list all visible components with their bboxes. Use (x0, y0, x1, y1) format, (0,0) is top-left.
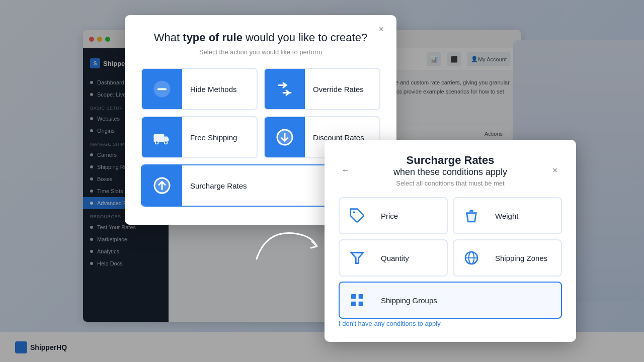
price-label: Price (375, 212, 404, 220)
svg-marker-8 (351, 252, 363, 263)
quantity-icon (340, 240, 375, 276)
surcharge-conditions-modal: ← Surcharge Rates when these conditions … (325, 140, 576, 342)
rule-card-free-shipping[interactable]: Free Shipping (141, 116, 258, 158)
arrow-down-circle-icon (276, 128, 294, 146)
modal-2-title: Surcharge Rates (339, 154, 562, 167)
condition-card-weight[interactable]: Weight (453, 197, 562, 234)
svg-rect-12 (351, 294, 356, 299)
svg-rect-14 (351, 302, 356, 306)
modal-1-subtitle: Select the action you would like to perf… (141, 48, 380, 56)
modal-2-title-block: Surcharge Rates when these conditions ap… (339, 154, 562, 187)
modal-1-title-bold: type of rule (183, 31, 243, 44)
svg-point-4 (165, 141, 168, 144)
rule-card-override-rates[interactable]: Override Rates (264, 68, 380, 110)
modal-2-close-button[interactable]: × (548, 163, 562, 177)
hide-methods-label: Hide Methods (182, 85, 245, 94)
hide-methods-icon (142, 69, 182, 109)
condition-card-shipping-groups[interactable]: Shipping Groups (339, 282, 562, 319)
svg-rect-15 (359, 302, 363, 306)
shuffle-icon (276, 80, 294, 98)
arrow-annotation (247, 219, 327, 269)
svg-rect-2 (154, 134, 165, 142)
override-rates-label: Override Rates (305, 85, 372, 94)
truck-icon (153, 128, 171, 146)
modal-2-header: ← Surcharge Rates when these conditions … (339, 154, 562, 187)
condition-card-shipping-zones[interactable]: Shipping Zones (453, 239, 562, 277)
modal-2-subtitle: when these conditions apply (339, 167, 562, 177)
condition-card-price[interactable]: Price (339, 197, 448, 234)
weight-icon (454, 198, 489, 233)
svg-point-7 (353, 211, 355, 213)
condition-card-quantity[interactable]: Quantity (339, 239, 448, 277)
arrow-up-circle-icon (153, 176, 171, 195)
surcharge-rates-label: Surcharge Rates (182, 182, 255, 190)
free-shipping-icon (142, 117, 182, 157)
svg-rect-1 (157, 88, 167, 90)
rule-card-hide-methods[interactable]: Hide Methods (141, 68, 258, 110)
globe-icon (463, 250, 479, 266)
surcharge-rates-icon (142, 165, 182, 206)
conditions-grid: Price Weight Quantity (339, 197, 562, 319)
no-conditions-link[interactable]: I don't have any conditions to apply (339, 320, 441, 327)
quantity-label: Quantity (375, 254, 415, 262)
weight-label: Weight (489, 212, 524, 220)
grid-icon (349, 292, 365, 308)
filter-icon (349, 250, 365, 266)
price-icon (340, 198, 375, 233)
minus-icon (153, 80, 171, 98)
modal-1-title: What type of rule would you like to crea… (141, 31, 380, 44)
discount-rates-icon (265, 117, 305, 157)
svg-rect-13 (359, 294, 363, 299)
weight-bag-icon (463, 208, 479, 224)
modal-2-back-button[interactable]: ← (339, 163, 353, 177)
shipping-groups-icon (340, 283, 375, 318)
svg-point-3 (155, 141, 158, 144)
shipping-groups-label: Shipping Groups (375, 296, 443, 305)
modal-2-description: Select all conditions that must be met (339, 179, 562, 187)
override-rates-icon (265, 69, 305, 109)
shipping-zones-icon (454, 240, 489, 276)
free-shipping-label: Free Shipping (182, 133, 245, 142)
shipping-zones-label: Shipping Zones (489, 254, 553, 262)
tag-icon (349, 208, 365, 224)
modal-1-close-button[interactable]: × (374, 22, 388, 36)
